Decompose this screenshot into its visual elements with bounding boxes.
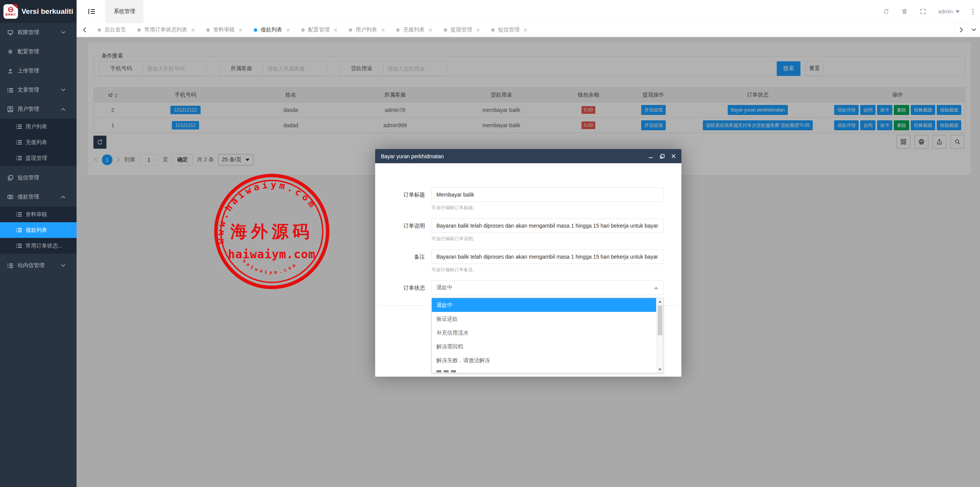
tabbar: 后台首页常用订单状态列表资料审核借款列表配置管理用户列表充值列表提现管理短信管理 [77, 23, 980, 37]
caret-up-icon [654, 287, 658, 289]
sidebar-item-label: 短信管理 [18, 174, 39, 181]
scroll-thumb[interactable] [658, 305, 662, 335]
minimize-icon[interactable] [648, 154, 653, 159]
list-icon [7, 88, 13, 93]
sidebar-item[interactable]: 短信管理 [0, 168, 77, 187]
tab-item[interactable]: 用户列表 [343, 23, 390, 37]
user-menu[interactable]: admin [938, 8, 960, 15]
topbar: 系统管理 admin [77, 0, 980, 23]
list-icon [16, 228, 22, 233]
list-icon [16, 140, 22, 145]
modal-text-input[interactable] [431, 218, 663, 233]
modal-text-input[interactable] [431, 187, 663, 202]
sidebar-item[interactable]: 文章管理 [0, 80, 77, 100]
tabbar-controls [955, 23, 980, 37]
tab-item[interactable]: 充值列表 [390, 23, 438, 37]
field-label: 备注 [375, 249, 425, 264]
sidebar-subitem-label: 提现管理 [26, 155, 47, 162]
sidebar-subitem[interactable]: 资料审核 [0, 207, 77, 222]
scroll-up-icon[interactable] [657, 298, 663, 305]
tabs-scroll-left[interactable] [77, 23, 92, 37]
chevron-up-icon [60, 195, 66, 198]
list-icon [16, 243, 22, 248]
trash-icon[interactable] [902, 8, 908, 15]
partial-option [436, 370, 463, 372]
chevron-up-icon [60, 108, 66, 111]
modal-text-input[interactable] [431, 249, 663, 264]
close-icon[interactable] [671, 154, 676, 158]
tab-label: 资料审核 [213, 26, 235, 33]
tab-item[interactable]: 提现管理 [438, 23, 485, 37]
tab-item[interactable]: 配置管理 [296, 23, 343, 37]
sidebar-item[interactable]: 借款管理 [0, 187, 77, 207]
tab-item[interactable]: 常用订单状态列表 [132, 23, 201, 37]
sidebar-subitem[interactable]: 常用订单状态... [0, 238, 77, 254]
user-icon [7, 106, 13, 112]
fullscreen-icon[interactable] [920, 8, 926, 15]
field-help-text: 可自行编辑订单标题, [431, 205, 474, 211]
sidebar-subitem[interactable]: 充值列表 [0, 134, 77, 150]
kebab-menu-icon[interactable] [972, 8, 974, 15]
sidebar-subitem[interactable]: 借款列表 [0, 222, 77, 238]
field-label: 订单状态 [375, 280, 425, 295]
bank-logo-icon: 招商银行 [3, 4, 18, 19]
maximize-icon[interactable] [660, 154, 665, 159]
list-icon [16, 212, 22, 217]
tab-close-icon[interactable] [334, 28, 337, 32]
tab-dot-icon [206, 28, 210, 32]
dropdown-option[interactable]: 验证还款 [432, 312, 656, 326]
tab-dot-icon [301, 28, 305, 32]
sidebar-item[interactable]: 站内信管理 [0, 256, 77, 275]
order-status-value: 退款中 [436, 284, 452, 291]
tab-item[interactable]: 资料审核 [201, 23, 248, 37]
dropdown-option[interactable]: 解冻失败，请激活解冻 [432, 353, 656, 367]
dropdown-scrollbar[interactable] [657, 298, 663, 373]
status-dropdown: 退款中验证还款补充信用流水解冻需回档解冻失败，请激活解冻 [431, 298, 663, 373]
gear-icon [7, 49, 13, 55]
tab-label: 短信管理 [498, 26, 519, 33]
sidebar-item-label: 借款管理 [18, 193, 39, 200]
sidebar-subitem-label: 借款列表 [26, 227, 47, 234]
sidebar-subitem[interactable]: 用户列表 [0, 119, 77, 134]
scroll-down-icon[interactable] [657, 366, 663, 373]
sidebar-item-label: 站内信管理 [18, 262, 44, 269]
sidebar: 招商银行 Versi berkualiti 权限管理配置管理上传管理文章管理用户… [0, 0, 77, 487]
nav-tab-system[interactable]: 系统管理 [105, 0, 144, 23]
modal-titlebar: Bayar yuran perkhidmatan [375, 149, 681, 163]
tabs-menu[interactable] [967, 23, 980, 37]
refresh-icon[interactable] [883, 8, 889, 15]
tab-close-icon[interactable] [191, 28, 195, 32]
tab-close-icon[interactable] [286, 28, 290, 32]
tab-close-icon[interactable] [429, 28, 432, 32]
field-label: 订单标题 [375, 187, 425, 202]
tab-close-icon[interactable] [524, 28, 527, 32]
tab-close-icon[interactable] [476, 28, 480, 32]
watermark-main-text: haiwaiym.com [228, 248, 316, 261]
dropdown-option[interactable]: 退款中 [432, 298, 656, 312]
dropdown-option[interactable]: 解冻需回档 [432, 339, 656, 353]
sidebar-item-label: 配置管理 [18, 48, 39, 55]
tab-close-icon[interactable] [239, 28, 242, 32]
sidebar-item-label: 权限管理 [18, 29, 39, 36]
side-menu: 权限管理配置管理上传管理文章管理用户管理用户列表充值列表提现管理短信管理借款管理… [0, 23, 77, 275]
tab-active[interactable]: 借款列表 [248, 23, 296, 37]
tab-item[interactable]: 后台首页 [92, 23, 132, 37]
sidebar-subitem[interactable]: 提现管理 [0, 150, 77, 166]
sidebar-item[interactable]: 上传管理 [0, 61, 77, 80]
tabs-scroll-right[interactable] [955, 23, 967, 37]
topbar-actions: admin [883, 8, 980, 15]
sidebar-item[interactable]: 权限管理 [0, 23, 77, 42]
sidebar-item-label: 上传管理 [18, 67, 39, 74]
tab-item[interactable]: 短信管理 [485, 23, 533, 37]
status-options: 退款中验证还款补充信用流水解冻需回档解冻失败，请激活解冻 [432, 298, 663, 367]
chevron-down-icon [956, 10, 960, 13]
sidebar-item[interactable]: 配置管理 [0, 42, 77, 61]
open-tabs: 后台首页常用订单状态列表资料审核借款列表配置管理用户列表充值列表提现管理短信管理 [92, 23, 955, 37]
app-logo[interactable]: 招商银行 Versi berkualiti [0, 0, 77, 23]
tab-close-icon[interactable] [381, 28, 385, 32]
menu-toggle-icon[interactable] [88, 8, 96, 15]
monitor-icon [7, 30, 13, 36]
dropdown-option[interactable]: 补充信用流水 [432, 326, 656, 339]
sidebar-item[interactable]: 用户管理 [0, 100, 77, 119]
order-status-select[interactable]: 退款中 [431, 280, 663, 295]
